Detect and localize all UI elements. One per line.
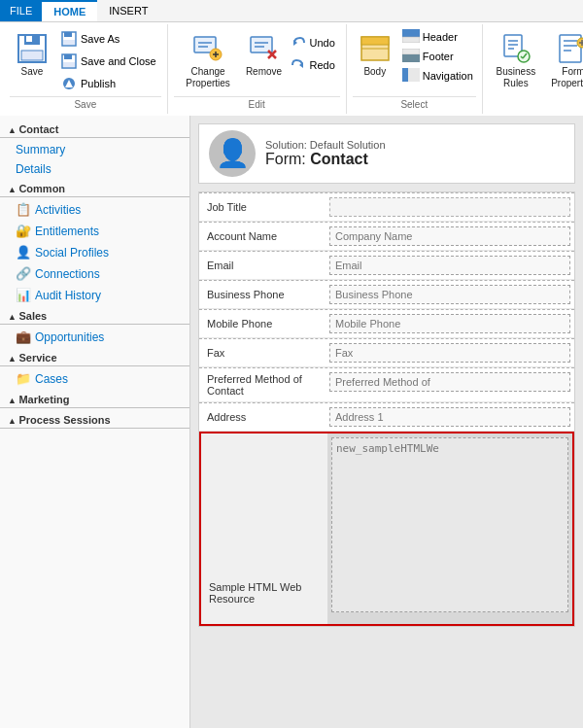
body-icon — [360, 33, 391, 64]
job-title-input[interactable] — [329, 197, 570, 217]
svg-rect-9 — [63, 62, 75, 67]
header-button[interactable]: Header — [399, 28, 476, 46]
preferred-method-label: Preferred Method of Contact — [199, 368, 326, 401]
nav-section-marketing-header[interactable]: Marketing — [0, 390, 189, 408]
remove-icon — [249, 33, 280, 64]
save-icon — [17, 33, 48, 64]
nav-item-cases[interactable]: Cases — [0, 368, 189, 390]
nav-section-marketing: Marketing — [0, 390, 189, 408]
svg-rect-32 — [402, 68, 408, 82]
nav-section-service-header[interactable]: Service — [0, 348, 189, 366]
html-resource-input[interactable] — [331, 437, 568, 612]
email-input[interactable] — [329, 256, 570, 275]
form-body: Job Title Account Name Email Business Ph… — [198, 191, 575, 627]
svg-rect-31 — [402, 54, 420, 62]
svg-rect-8 — [64, 54, 72, 59]
svg-rect-2 — [21, 51, 43, 60]
footer-label: Footer — [423, 51, 454, 62]
opportunities-icon — [16, 329, 31, 345]
save-close-icon — [61, 53, 77, 69]
nav-item-social-profiles[interactable]: Social Profiles — [0, 242, 189, 263]
cases-icon — [16, 371, 31, 387]
nav-section-common-header[interactable]: Common — [0, 179, 189, 197]
address-label: Address — [199, 403, 326, 431]
table-row: Preferred Method of Contact — [199, 367, 574, 402]
change-properties-icon — [192, 33, 223, 64]
header-label: Header — [423, 31, 458, 43]
avatar: 👤 — [209, 130, 256, 177]
nav-item-connections[interactable]: Connections — [0, 263, 189, 285]
mobile-phone-field — [326, 310, 574, 337]
ribbon-group-edit: Change Properties Remove — [168, 24, 347, 114]
svg-rect-6 — [63, 40, 75, 45]
svg-rect-5 — [64, 32, 72, 37]
navigation-button[interactable]: Navigation — [399, 67, 476, 85]
person-icon: 👤 — [216, 130, 250, 177]
nav-item-summary[interactable]: Summary — [0, 140, 189, 159]
table-row: Fax — [199, 338, 574, 367]
svg-rect-33 — [408, 68, 420, 82]
save-button[interactable]: Save — [10, 28, 54, 83]
edit-group-label: Edit — [174, 96, 340, 110]
select-group-label: Select — [353, 96, 476, 110]
body-button[interactable]: Body — [353, 28, 397, 83]
publish-icon — [61, 76, 77, 91]
nav-item-audit-history[interactable]: Audit History — [0, 285, 189, 306]
ribbon-tab-bar: FILE HOME INSERT — [0, 0, 583, 22]
preferred-method-input[interactable] — [329, 372, 570, 392]
nav-section-process-header[interactable]: Process Sessions — [0, 410, 189, 429]
nav-section-contact-header[interactable]: Contact — [0, 120, 189, 138]
redo-label: Redo — [310, 59, 335, 71]
nav-item-activities[interactable]: Activities — [0, 199, 189, 221]
email-label: Email — [199, 252, 326, 279]
tab-home[interactable]: HOME — [42, 0, 97, 21]
redo-icon — [291, 57, 306, 73]
tab-file[interactable]: FILE — [0, 0, 42, 21]
body-label: Body — [363, 66, 386, 78]
save-as-button[interactable]: Save As — [56, 28, 161, 50]
html-resource-label: Sample HTML Web Resource — [201, 433, 327, 624]
form-label: Form: — [265, 151, 306, 167]
change-properties-button[interactable]: Change Properties — [174, 28, 243, 94]
footer-button[interactable]: Footer — [399, 48, 476, 65]
business-rules-icon — [500, 33, 532, 64]
redo-button[interactable]: Redo — [286, 54, 340, 76]
nav-item-opportunities[interactable]: Opportunities — [0, 327, 189, 348]
table-row: Mobile Phone — [199, 309, 574, 338]
navigation-icon — [402, 68, 420, 84]
svg-rect-41 — [560, 35, 581, 62]
fax-field — [326, 339, 574, 366]
nav-item-details[interactable]: Details — [0, 159, 189, 179]
remove-label: Remove — [246, 66, 282, 78]
undo-button[interactable]: Undo — [286, 32, 340, 53]
svg-rect-29 — [402, 37, 420, 43]
remove-button[interactable]: Remove — [245, 28, 284, 83]
html-resource-field — [327, 433, 572, 624]
mobile-phone-input[interactable] — [329, 314, 570, 333]
job-title-field — [326, 193, 574, 221]
nav-section-common: Common Activities Entitlements Social Pr… — [0, 179, 189, 306]
email-field — [326, 252, 574, 279]
svg-rect-26 — [361, 37, 389, 45]
undo-label: Undo — [310, 37, 335, 49]
undo-icon — [291, 35, 306, 51]
connections-icon — [16, 266, 31, 282]
nav-item-entitlements[interactable]: Entitlements — [0, 221, 189, 242]
address-input[interactable] — [329, 407, 570, 427]
business-rules-button[interactable]: Business Rules — [489, 28, 543, 94]
save-close-button[interactable]: Save and Close — [56, 51, 161, 72]
publish-button[interactable]: Publish — [56, 73, 161, 94]
main-layout: Contact Summary Details Common Activitie… — [0, 116, 583, 728]
account-name-input[interactable] — [329, 226, 570, 246]
table-row: Account Name — [199, 222, 574, 251]
footer-icon — [402, 49, 420, 64]
ribbon-group-extras: Business Rules Form — [483, 24, 583, 114]
business-phone-input[interactable] — [329, 285, 570, 304]
table-row: Email — [199, 251, 574, 280]
nav-section-sales-header[interactable]: Sales — [0, 306, 189, 325]
fax-input[interactable] — [329, 343, 570, 363]
form-header: 👤 Solution: Default Solution Form: Conta… — [198, 123, 575, 184]
nav-section-sales: Sales Opportunities — [0, 306, 189, 348]
form-properties-button[interactable]: Form Properties — [545, 28, 583, 94]
tab-insert[interactable]: INSERT — [97, 0, 159, 21]
